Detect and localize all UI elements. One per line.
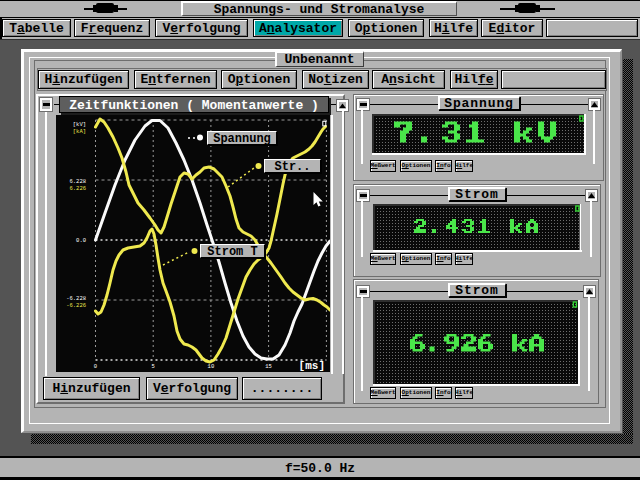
svg-text:-6.226: -6.226	[66, 302, 86, 309]
svg-text:15: 15	[265, 363, 272, 370]
svg-text:5: 5	[152, 363, 155, 370]
svg-text:-6.228: -6.228	[66, 295, 86, 302]
svg-text:[ms]: [ms]	[299, 360, 325, 372]
svg-text:6.226: 6.226	[69, 185, 86, 192]
svg-text:[kV]: [kV]	[73, 121, 86, 128]
svg-text:6.228: 6.228	[69, 178, 86, 185]
svg-text:[kA]: [kA]	[73, 128, 86, 135]
svg-text:10: 10	[208, 363, 215, 370]
svg-text:0.0: 0.0	[76, 237, 86, 244]
svg-text:0: 0	[94, 363, 97, 370]
